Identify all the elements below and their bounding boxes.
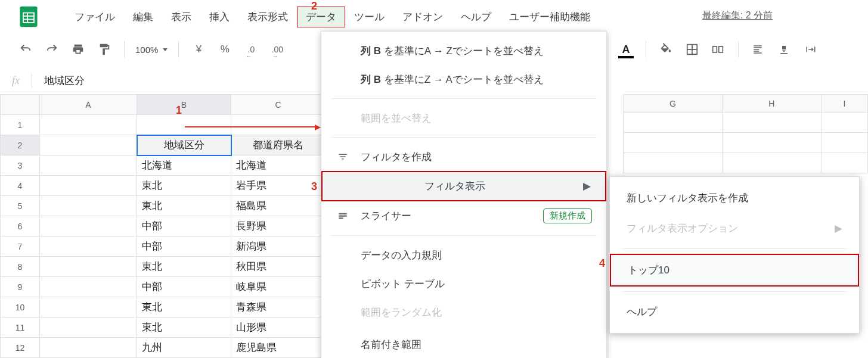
menu-addons[interactable]: アドオン bbox=[393, 7, 452, 27]
cell[interactable] bbox=[40, 216, 137, 236]
row-header[interactable]: 7 bbox=[1, 236, 40, 257]
row-header[interactable]: 9 bbox=[1, 277, 40, 297]
menu-item-named-ranges[interactable]: 名前付き範囲 bbox=[321, 326, 606, 355]
cell[interactable]: 中部 bbox=[137, 277, 231, 297]
cell[interactable]: 東北 bbox=[137, 257, 231, 277]
menu-item-create-filter[interactable]: フィルタを作成 bbox=[321, 142, 606, 171]
cell[interactable] bbox=[722, 133, 821, 153]
row-header[interactable]: 5 bbox=[1, 196, 40, 216]
cell[interactable]: 東北 bbox=[137, 176, 231, 196]
vertical-align-button[interactable] bbox=[776, 41, 793, 58]
column-header-h[interactable]: H bbox=[722, 95, 821, 113]
menu-item-sort-az[interactable]: 列 B を基準にA → Zでシートを並べ替え bbox=[321, 36, 606, 65]
column-header-i[interactable]: I bbox=[821, 95, 867, 113]
cell[interactable]: 北海道 bbox=[137, 155, 231, 176]
cell[interactable]: 九州 bbox=[137, 338, 231, 358]
sheets-logo[interactable] bbox=[17, 4, 41, 28]
select-all-cell[interactable] bbox=[1, 95, 40, 115]
cell[interactable] bbox=[40, 317, 137, 338]
menu-insert[interactable]: 挿入 bbox=[200, 7, 238, 27]
cell[interactable] bbox=[40, 115, 137, 135]
cell[interactable]: 東北 bbox=[137, 317, 231, 338]
submenu-item-top10[interactable]: トップ10 bbox=[610, 254, 859, 287]
cell[interactable] bbox=[624, 133, 723, 153]
row-header[interactable]: 8 bbox=[1, 257, 40, 277]
cell[interactable] bbox=[231, 115, 326, 135]
cell[interactable] bbox=[722, 153, 821, 173]
row-header[interactable]: 11 bbox=[1, 317, 40, 338]
cell[interactable] bbox=[40, 257, 137, 277]
cell[interactable] bbox=[40, 155, 137, 176]
merge-cells-button[interactable] bbox=[709, 41, 727, 58]
cell[interactable]: 北海道 bbox=[231, 155, 326, 176]
decrease-decimal-button[interactable]: .0← bbox=[242, 41, 260, 58]
submenu-item-create-filter-view[interactable]: 新しいフィルタ表示を作成 bbox=[610, 183, 859, 213]
cell[interactable]: 中部 bbox=[137, 216, 231, 236]
cell[interactable] bbox=[40, 196, 137, 216]
cell[interactable] bbox=[40, 236, 137, 257]
cell[interactable] bbox=[722, 113, 821, 133]
last-edit-link[interactable]: 最終編集: 2 分前 bbox=[702, 10, 773, 22]
cell[interactable]: 都道府県名 bbox=[231, 135, 326, 155]
cell[interactable]: 鹿児島県 bbox=[231, 338, 326, 358]
menu-tools[interactable]: ツール bbox=[345, 7, 393, 27]
cell[interactable]: 青森県 bbox=[231, 297, 326, 317]
horizontal-align-button[interactable] bbox=[749, 41, 767, 58]
borders-button[interactable] bbox=[683, 41, 701, 58]
cell[interactable]: 福島県 bbox=[231, 196, 326, 216]
column-header-b[interactable]: B bbox=[137, 95, 231, 115]
cell[interactable] bbox=[821, 153, 867, 173]
column-header-a[interactable]: A bbox=[40, 95, 137, 115]
cell[interactable] bbox=[137, 115, 231, 135]
increase-decimal-button[interactable]: .00→ bbox=[268, 41, 286, 58]
percent-button[interactable]: % bbox=[216, 41, 234, 58]
cell[interactable]: 秋田県 bbox=[231, 257, 326, 277]
cell[interactable] bbox=[40, 135, 137, 155]
cell[interactable]: 新潟県 bbox=[231, 236, 326, 257]
menu-item-sort-za[interactable]: 列 B を基準にZ → Aでシートを並べ替え bbox=[321, 65, 606, 94]
menu-file[interactable]: ファイル bbox=[66, 7, 124, 27]
text-wrap-button[interactable] bbox=[802, 41, 820, 58]
fill-color-button[interactable] bbox=[657, 41, 675, 58]
submenu-item-help[interactable]: ヘルプ bbox=[610, 297, 859, 327]
cell[interactable] bbox=[40, 176, 137, 196]
menu-data[interactable]: データ bbox=[297, 7, 345, 27]
cell[interactable]: 山形県 bbox=[231, 317, 326, 338]
cell[interactable]: 東北 bbox=[137, 196, 231, 216]
menu-item-data-validation[interactable]: データの入力規則 bbox=[321, 241, 606, 269]
cell[interactable] bbox=[40, 338, 137, 358]
cell[interactable]: 中部 bbox=[137, 236, 231, 257]
menu-view[interactable]: 表示 bbox=[162, 7, 200, 27]
cell[interactable] bbox=[40, 297, 137, 317]
row-header[interactable]: 6 bbox=[1, 216, 40, 236]
print-button[interactable] bbox=[69, 41, 87, 58]
cell[interactable] bbox=[624, 113, 723, 133]
cell[interactable] bbox=[821, 113, 867, 133]
row-header[interactable]: 3 bbox=[1, 155, 40, 176]
column-header-c[interactable]: C bbox=[231, 95, 326, 115]
cell[interactable]: 岐阜県 bbox=[231, 277, 326, 297]
currency-button[interactable]: ¥ bbox=[190, 41, 207, 58]
cell[interactable]: 長野県 bbox=[231, 216, 326, 236]
menu-help[interactable]: ヘルプ bbox=[452, 7, 500, 27]
row-header[interactable]: 12 bbox=[1, 338, 40, 358]
menu-item-filter-views[interactable]: フィルタ表示 ▶ bbox=[321, 171, 606, 201]
paint-format-button[interactable] bbox=[95, 41, 113, 58]
row-header[interactable]: 1 bbox=[1, 115, 40, 135]
formula-input[interactable]: 地域区分 bbox=[44, 74, 85, 88]
redo-button[interactable] bbox=[43, 41, 61, 58]
zoom-dropdown[interactable]: 100% bbox=[135, 45, 168, 55]
undo-button[interactable] bbox=[17, 41, 35, 58]
menu-edit[interactable]: 編集 bbox=[124, 7, 162, 27]
cell-active[interactable]: 地域区分 bbox=[137, 135, 231, 155]
menu-item-pivot-table[interactable]: ピボット テーブル bbox=[321, 269, 606, 298]
row-header[interactable]: 2 bbox=[1, 135, 40, 155]
text-color-button[interactable]: A bbox=[617, 41, 635, 58]
cell[interactable] bbox=[821, 133, 867, 153]
cell[interactable] bbox=[40, 277, 137, 297]
cell[interactable]: 東北 bbox=[137, 297, 231, 317]
cell[interactable] bbox=[624, 153, 723, 173]
menu-item-slicer[interactable]: スライサー 新規作成 bbox=[321, 201, 606, 231]
row-header[interactable]: 4 bbox=[1, 176, 40, 196]
row-header[interactable]: 10 bbox=[1, 297, 40, 317]
